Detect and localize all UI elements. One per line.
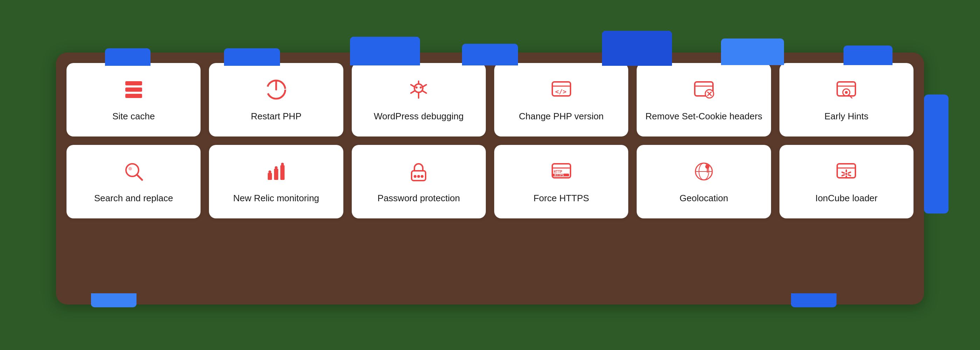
wordpress-debug-label: WordPress debugging: [374, 111, 464, 123]
card-early-hints[interactable]: Early Hints: [780, 63, 913, 137]
password-protection-icon: [406, 159, 431, 184]
ioncube-icon: [834, 159, 859, 184]
new-relic-label: New Relic monitoring: [233, 192, 319, 204]
svg-point-38: [281, 163, 284, 165]
svg-rect-34: [274, 169, 278, 180]
svg-point-41: [417, 175, 420, 178]
svg-point-16: [420, 86, 422, 89]
site-cache-icon: [121, 77, 146, 102]
svg-line-11: [423, 85, 426, 87]
card-force-https[interactable]: HTTP HTTPS Force HTTPS: [494, 145, 628, 218]
svg-line-10: [411, 85, 414, 87]
card-ioncube[interactable]: IonCube loader: [780, 145, 913, 218]
new-relic-icon: [264, 159, 289, 184]
tab-extra-right: [843, 46, 892, 65]
force-https-label: Force HTTPS: [533, 192, 589, 204]
cards-grid: Site cache Restart PHP: [67, 63, 913, 218]
svg-point-42: [421, 175, 423, 178]
card-restart-php[interactable]: Restart PHP: [209, 63, 343, 137]
card-search-replace[interactable]: Search and replace: [67, 145, 200, 218]
svg-point-3: [139, 82, 142, 85]
tab-restart-php: [224, 48, 280, 66]
svg-line-13: [423, 91, 426, 93]
tab-php-version: [462, 44, 518, 65]
card-geolocation[interactable]: Geolocation: [636, 145, 771, 218]
right-accent-bar: [924, 94, 948, 213]
tab-bottom-left: [91, 293, 137, 307]
card-site-cache[interactable]: Site cache: [67, 63, 200, 137]
card-wordpress-debugging[interactable]: WordPress debugging: [352, 63, 486, 137]
restart-php-label: Restart PHP: [251, 111, 302, 123]
search-replace-icon: [121, 159, 146, 184]
svg-text:HTTPS: HTTPS: [554, 173, 564, 177]
early-hints-icon: [834, 77, 859, 102]
svg-point-51: [705, 164, 710, 169]
svg-line-31: [137, 175, 142, 180]
change-php-icon: </>: [549, 77, 574, 102]
tab-cookie: [602, 31, 672, 66]
tab-early-hints: [721, 38, 784, 65]
svg-point-32: [129, 167, 132, 170]
card-password-protection[interactable]: Password protection: [352, 145, 486, 218]
svg-rect-35: [280, 165, 285, 180]
remove-cookie-label: Remove Set-Cookie headers: [645, 111, 762, 123]
svg-point-40: [414, 175, 417, 178]
svg-point-5: [139, 94, 142, 97]
early-hints-label: Early Hints: [824, 111, 869, 123]
restart-php-icon: [264, 77, 289, 102]
svg-point-36: [269, 170, 271, 173]
remove-cookie-icon: [691, 77, 716, 102]
geolocation-label: Geolocation: [680, 192, 729, 204]
svg-text:</>: </>: [555, 88, 566, 95]
wordpress-debug-icon: [406, 77, 431, 102]
card-remove-cookie[interactable]: Remove Set-Cookie headers: [636, 63, 771, 137]
svg-point-8: [414, 84, 423, 92]
tab-wordpress: [350, 37, 420, 65]
svg-point-37: [275, 166, 278, 169]
change-php-label: Change PHP version: [519, 111, 604, 123]
svg-point-15: [415, 86, 418, 89]
svg-rect-33: [268, 173, 272, 180]
tab-bottom-right: [791, 293, 837, 307]
card-change-php[interactable]: </> Change PHP version: [494, 63, 628, 137]
site-cache-label: Site cache: [112, 111, 155, 123]
geolocation-icon: [691, 159, 716, 184]
svg-line-12: [411, 91, 414, 93]
svg-point-59: [845, 173, 847, 175]
ioncube-label: IonCube loader: [815, 192, 877, 204]
svg-point-4: [139, 88, 142, 91]
main-container: Site cache Restart PHP: [35, 24, 945, 326]
password-protection-label: Password protection: [378, 192, 460, 204]
svg-point-29: [845, 91, 848, 94]
force-https-icon: HTTP HTTPS: [549, 159, 574, 184]
card-new-relic[interactable]: New Relic monitoring: [209, 145, 343, 218]
search-replace-label: Search and replace: [94, 192, 173, 204]
tab-site-cache: [105, 48, 151, 66]
